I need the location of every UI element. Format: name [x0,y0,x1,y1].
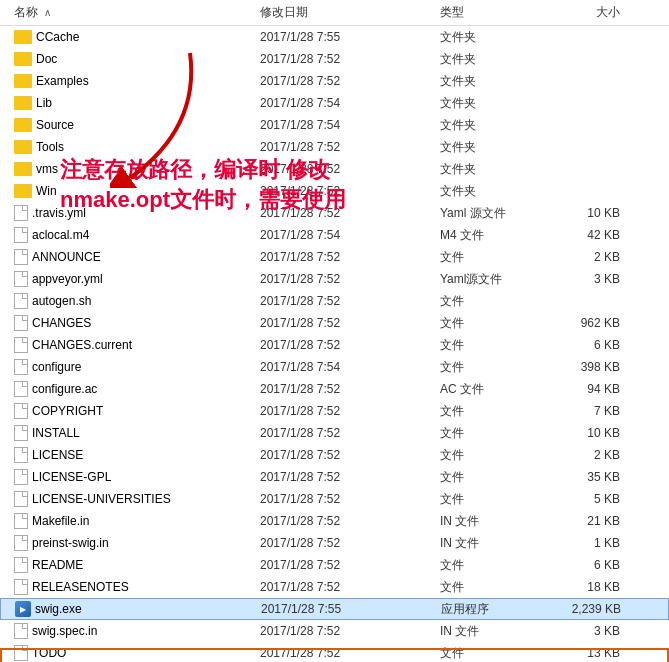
file-name: Win [36,184,57,198]
cell-type: 文件夹 [440,95,550,112]
cell-type: AC 文件 [440,381,550,398]
file-name: TODO [32,646,66,660]
table-row[interactable]: vms 2017/1/28 7:52 文件夹 [0,158,669,180]
table-row[interactable]: Lib 2017/1/28 7:54 文件夹 [0,92,669,114]
cell-date: 2017/1/28 7:54 [260,118,440,132]
table-row[interactable]: Doc 2017/1/28 7:52 文件夹 [0,48,669,70]
table-row[interactable]: aclocal.m4 2017/1/28 7:54 M4 文件 42 KB [0,224,669,246]
sort-indicator: ∧ [44,7,51,18]
table-row[interactable]: CHANGES 2017/1/28 7:52 文件 962 KB [0,312,669,334]
cell-size: 3 KB [550,272,630,286]
table-row[interactable]: Win 2017/1/28 7:52 文件夹 [0,180,669,202]
table-row[interactable]: Examples 2017/1/28 7:52 文件夹 [0,70,669,92]
file-icon [14,513,28,529]
cell-type: 文件 [440,557,550,574]
cell-date: 2017/1/28 7:52 [260,140,440,154]
file-list: CCache 2017/1/28 7:55 文件夹 Doc 2017/1/28 … [0,26,669,662]
table-row[interactable]: .travis.yml 2017/1/28 7:52 Yaml 源文件 10 K… [0,202,669,224]
cell-date: 2017/1/28 7:52 [260,492,440,506]
cell-name: TODO [0,645,260,661]
table-row[interactable]: configure.ac 2017/1/28 7:52 AC 文件 94 KB [0,378,669,400]
file-icon [14,469,28,485]
col-date-header[interactable]: 修改日期 [260,4,440,21]
file-icon [14,645,28,661]
table-row[interactable]: configure 2017/1/28 7:54 文件 398 KB [0,356,669,378]
table-row[interactable]: LICENSE 2017/1/28 7:52 文件 2 KB [0,444,669,466]
table-row[interactable]: CCache 2017/1/28 7:55 文件夹 [0,26,669,48]
cell-name: swig.spec.in [0,623,260,639]
cell-size: 5 KB [550,492,630,506]
table-row[interactable]: LICENSE-UNIVERSITIES 2017/1/28 7:52 文件 5… [0,488,669,510]
cell-date: 2017/1/28 7:52 [260,316,440,330]
cell-type: Yaml源文件 [440,271,550,288]
table-row[interactable]: autogen.sh 2017/1/28 7:52 文件 [0,290,669,312]
cell-size: 6 KB [550,558,630,572]
table-row[interactable]: appveyor.yml 2017/1/28 7:52 Yaml源文件 3 KB [0,268,669,290]
table-row[interactable]: CHANGES.current 2017/1/28 7:52 文件 6 KB [0,334,669,356]
file-icon [14,249,28,265]
cell-name: CCache [0,30,260,44]
cell-name: INSTALL [0,425,260,441]
cell-type: 文件 [440,645,550,662]
cell-date: 2017/1/28 7:54 [260,360,440,374]
cell-date: 2017/1/28 7:52 [260,294,440,308]
cell-size: 7 KB [550,404,630,418]
table-row[interactable]: preinst-swig.in 2017/1/28 7:52 IN 文件 1 K… [0,532,669,554]
cell-name: Win [0,184,260,198]
cell-size: 18 KB [550,580,630,594]
file-name: configure [32,360,81,374]
table-row[interactable]: swig.spec.in 2017/1/28 7:52 IN 文件 3 KB [0,620,669,642]
file-name: README [32,558,83,572]
cell-name: Source [0,118,260,132]
table-row[interactable]: Tools 2017/1/28 7:52 文件夹 [0,136,669,158]
table-row[interactable]: ANNOUNCE 2017/1/28 7:52 文件 2 KB [0,246,669,268]
cell-type: Yaml 源文件 [440,205,550,222]
cell-date: 2017/1/28 7:52 [260,514,440,528]
table-row[interactable]: INSTALL 2017/1/28 7:52 文件 10 KB [0,422,669,444]
cell-name: Makefile.in [0,513,260,529]
file-icon [14,403,28,419]
table-row[interactable]: Makefile.in 2017/1/28 7:52 IN 文件 21 KB [0,510,669,532]
cell-type: IN 文件 [440,623,550,640]
cell-size: 13 KB [550,646,630,660]
cell-date: 2017/1/28 7:55 [260,30,440,44]
cell-size: 2 KB [550,448,630,462]
cell-name: COPYRIGHT [0,403,260,419]
folder-icon [14,162,32,176]
cell-type: 文件 [440,491,550,508]
col-size-header[interactable]: 大小 [550,4,630,21]
table-row[interactable]: RELEASENOTES 2017/1/28 7:52 文件 18 KB [0,576,669,598]
table-row[interactable]: TODO 2017/1/28 7:52 文件 13 KB [0,642,669,662]
cell-date: 2017/1/28 7:52 [260,580,440,594]
file-name: swig.spec.in [32,624,97,638]
col-name-header[interactable]: 名称 ∧ [0,4,260,21]
col-type-header[interactable]: 类型 [440,4,550,21]
cell-size: 42 KB [550,228,630,242]
cell-date: 2017/1/28 7:52 [260,646,440,660]
file-icon [14,491,28,507]
table-row[interactable]: COPYRIGHT 2017/1/28 7:52 文件 7 KB [0,400,669,422]
cell-name: Tools [0,140,260,154]
cell-name: README [0,557,260,573]
file-name: Examples [36,74,89,88]
cell-date: 2017/1/28 7:52 [260,184,440,198]
cell-size: 10 KB [550,426,630,440]
file-name: LICENSE [32,448,83,462]
cell-size: 10 KB [550,206,630,220]
folder-icon [14,52,32,66]
file-explorer: 名称 ∧ 修改日期 类型 大小 CCache 2017/1/28 7:55 文件… [0,0,669,662]
file-name: Lib [36,96,52,110]
table-row[interactable]: swig.exe 2017/1/28 7:55 应用程序 2,239 KB [0,598,669,620]
table-row[interactable]: README 2017/1/28 7:52 文件 6 KB [0,554,669,576]
table-header: 名称 ∧ 修改日期 类型 大小 [0,0,669,26]
cell-name: LICENSE [0,447,260,463]
file-name: aclocal.m4 [32,228,89,242]
cell-name: configure [0,359,260,375]
cell-type: 文件夹 [440,183,550,200]
cell-name: Examples [0,74,260,88]
table-row[interactable]: LICENSE-GPL 2017/1/28 7:52 文件 35 KB [0,466,669,488]
cell-date: 2017/1/28 7:52 [260,272,440,286]
cell-size: 21 KB [550,514,630,528]
table-row[interactable]: Source 2017/1/28 7:54 文件夹 [0,114,669,136]
cell-type: 文件 [440,425,550,442]
